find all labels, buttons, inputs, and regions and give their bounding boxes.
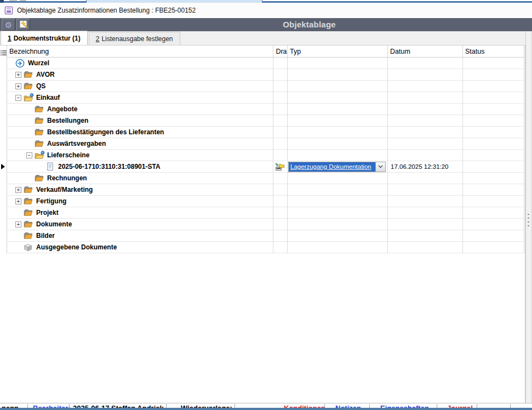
background-text-fragment: Bearbeiter: xyxy=(33,404,71,408)
cell-dra xyxy=(273,104,288,115)
tree-row[interactable]: Rechnungen xyxy=(7,173,524,184)
tree-item-label[interactable]: Verkauf/Marketing xyxy=(36,186,93,193)
expand-icon[interactable]: + xyxy=(15,187,21,193)
typ-combobox-dropdown-button[interactable] xyxy=(375,162,385,172)
tab-listenausgabe[interactable]: 2 Listenausgabe festlegen xyxy=(89,32,180,45)
tree-row[interactable]: −Einkauf xyxy=(7,92,524,104)
folder-icon xyxy=(24,185,34,194)
column-header-bezeichnung[interactable]: Bezeichnung xyxy=(7,45,273,58)
expander-placeholder xyxy=(15,233,24,239)
cell-datum xyxy=(388,115,463,127)
cell-status xyxy=(463,81,524,92)
cell-dra xyxy=(273,58,288,69)
cell-dra xyxy=(273,69,288,81)
tree-item-label[interactable]: Bestellungen xyxy=(47,117,88,124)
row-list-icon[interactable] xyxy=(1,48,7,58)
tree-item-label[interactable]: Bilder xyxy=(36,232,55,240)
tree-item-label[interactable]: Angebote xyxy=(47,105,77,113)
cell-datum xyxy=(388,196,463,207)
column-header-status[interactable]: Status xyxy=(463,45,524,58)
cell-datum xyxy=(388,92,463,104)
cell-dra xyxy=(273,242,288,253)
cell-status xyxy=(463,230,524,242)
tree-item-label[interactable]: Einkauf xyxy=(36,94,60,101)
wizard-button[interactable] xyxy=(16,19,30,31)
settings-button[interactable]: ⚙ xyxy=(2,19,15,31)
tree-item-label[interactable]: Lieferscheine xyxy=(47,151,89,159)
tree-row[interactable]: Wurzel xyxy=(7,58,524,69)
tree-row[interactable]: +AVOR xyxy=(7,69,524,81)
cell-dra xyxy=(273,127,288,138)
expand-icon[interactable]: + xyxy=(15,198,21,204)
tree-row[interactable]: 2025-06-1710:3110:31:08901-STALagerzugan… xyxy=(7,161,524,173)
cell-bezeichnung: +AVOR xyxy=(7,69,273,81)
cell-dra xyxy=(273,196,288,207)
column-header-datum[interactable]: Datum xyxy=(388,45,463,58)
cell-typ xyxy=(288,138,388,150)
folder-icon xyxy=(24,231,34,240)
folder-open-icon xyxy=(24,93,34,102)
tree-item-label[interactable]: 2025-06-1710:3110:31:08901-STA xyxy=(58,163,161,170)
tree-row[interactable]: +QS xyxy=(7,81,524,92)
expand-icon[interactable]: + xyxy=(15,72,21,78)
tree-item-label[interactable]: QS xyxy=(36,82,45,90)
grid-header-row: Bezeichnung Dra Typ Datum Status xyxy=(7,45,524,58)
current-row-marker-icon xyxy=(1,164,5,169)
splitter-grip[interactable] xyxy=(528,211,530,229)
cell-typ xyxy=(288,69,388,81)
cell-bezeichnung: Wurzel xyxy=(7,58,273,69)
cell-dra xyxy=(273,161,288,173)
tree-item-label[interactable]: Auswärtsvergaben xyxy=(47,140,106,147)
cell-datum xyxy=(388,69,463,81)
column-header-dra[interactable]: Dra xyxy=(273,45,288,58)
magic-wand-icon xyxy=(19,20,28,30)
folder-icon xyxy=(24,220,34,229)
cell-typ xyxy=(288,127,388,138)
cell-datum xyxy=(388,150,463,161)
tree-item-label[interactable]: Ausgegebene Dokumente xyxy=(36,243,117,251)
tab-dokumentstruktur[interactable]: 1 Dokumentstruktur (1) xyxy=(1,31,88,45)
tree-row[interactable]: Bilder xyxy=(7,230,524,242)
expand-icon[interactable]: + xyxy=(15,83,21,89)
background-mini-tab xyxy=(20,0,26,1)
tree-row[interactable]: +Fertigung xyxy=(7,196,524,207)
column-header-typ[interactable]: Typ xyxy=(288,45,388,58)
tree-row[interactable]: Bestellbestätigungen des Lieferanten xyxy=(7,127,524,138)
tree-row[interactable]: −Lieferscheine xyxy=(7,150,524,161)
cell-datum xyxy=(388,219,463,230)
tree-item-label[interactable]: Projekt xyxy=(36,209,59,217)
cell-bezeichnung: +Verkauf/Marketing xyxy=(7,184,273,196)
tree-item-label[interactable]: Rechnungen xyxy=(47,174,87,182)
tree-row[interactable]: +Dokumente xyxy=(7,219,524,230)
folder-icon xyxy=(24,70,34,79)
tree-row[interactable]: Auswärtsvergaben xyxy=(7,138,524,150)
tree-item-label[interactable]: Fertigung xyxy=(36,197,66,205)
drag-icon[interactable] xyxy=(276,163,285,171)
tree-item-label[interactable]: Dokumente xyxy=(36,220,72,228)
tree-row[interactable]: +Verkauf/Marketing xyxy=(7,184,524,196)
expand-icon[interactable]: + xyxy=(15,221,21,227)
cell-typ xyxy=(288,230,388,242)
tree-item-label[interactable]: AVOR xyxy=(36,71,55,78)
tree-item-label[interactable]: Wurzel xyxy=(28,59,49,67)
tree-row[interactable]: Projekt xyxy=(7,207,524,219)
background-text-fragment: Konditionen xyxy=(284,404,325,408)
cell-bezeichnung: Rechnungen xyxy=(7,173,273,184)
background-separator xyxy=(510,404,511,408)
typ-combobox-value[interactable]: Lagerzugang Dokumentation xyxy=(289,162,375,172)
cell-status xyxy=(463,219,524,230)
cell-status xyxy=(463,173,524,184)
tree-row[interactable]: Ausgegebene Dokumente xyxy=(7,242,524,253)
cell-typ xyxy=(288,150,388,161)
collapse-icon[interactable]: − xyxy=(26,152,32,158)
cell-typ xyxy=(288,81,388,92)
objektablage-window-icon xyxy=(4,6,13,15)
cell-status xyxy=(463,207,524,219)
tree-row[interactable]: Bestellungen xyxy=(7,115,524,127)
tree-item-label[interactable]: Bestellbestätigungen des Lieferanten xyxy=(47,128,164,136)
collapse-icon[interactable]: − xyxy=(15,95,21,101)
tree-row[interactable]: Angebote xyxy=(7,104,524,115)
typ-combobox[interactable]: Lagerzugang Dokumentation xyxy=(288,162,386,172)
cell-status xyxy=(463,115,524,127)
cell-bezeichnung: 2025-06-1710:3110:31:08901-STA xyxy=(7,161,273,173)
